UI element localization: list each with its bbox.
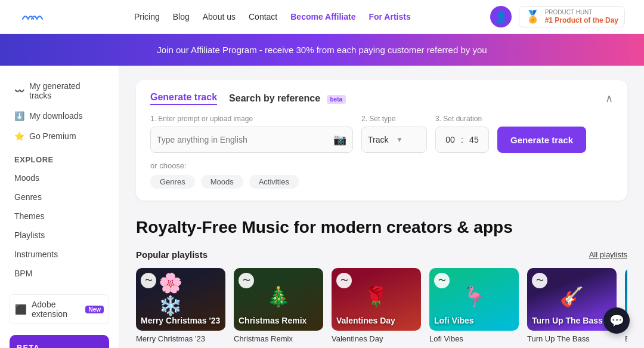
camera-icon[interactable]: 📷 [333, 133, 346, 146]
playlist-card-beauty[interactable]: 〜 🎈 Beauty Vlogs Beauty Vlogs [625, 268, 627, 343]
nav-for-artists[interactable]: For Artists [369, 12, 410, 21]
nav-blog[interactable]: Blog [173, 12, 190, 21]
sidebar-item-downloads[interactable]: ⬇️ My downloads [10, 107, 109, 124]
logo[interactable] [19, 8, 55, 25]
duration-ss[interactable] [466, 135, 482, 144]
chip-genres[interactable]: Genres [150, 175, 195, 189]
sidebar-item-premium[interactable]: ⭐ Go Premium [10, 128, 109, 144]
playlist-overlay-title: Lofi Vibes [434, 316, 514, 326]
sidebar-item-adobe[interactable]: ⬛ Adobe extension New [10, 294, 109, 324]
playlist-overlay-title: Valentines Day [336, 316, 416, 326]
playlist-label: Turn Up The Bass [527, 334, 617, 343]
sidebar-premium-label: Go Premium [29, 131, 76, 141]
ph-label: PRODUCT HUNT [545, 9, 618, 16]
playlist-thumb: 〜 🦩 Lofi Vibes [429, 268, 519, 331]
all-playlists-link[interactable]: All playlists [589, 250, 627, 259]
royalty-title: Royalty-Free Music for modern creators &… [136, 217, 627, 238]
playlist-card-lofi[interactable]: 〜 🦩 Lofi Vibes Lofi Vibes [429, 268, 519, 343]
chip-moods[interactable]: Moods [201, 175, 243, 189]
nav-right: 👤 🏅 PRODUCT HUNT #1 Product of the Day [490, 6, 625, 27]
playlist-overlay-title: Merry Christmas '23 [141, 316, 221, 326]
product-hunt-badge[interactable]: 🏅 PRODUCT HUNT #1 Product of the Day [519, 6, 625, 27]
playlist-overlay-title: Christmas Remix [239, 316, 318, 326]
playlist-card-valentines[interactable]: 〜 🌹 Valentines Day Valentines Day [332, 268, 421, 343]
generate-section: Generate track Search by reference beta … [136, 80, 627, 201]
prompt-input[interactable] [157, 135, 333, 144]
sidebar-item-my-tracks[interactable]: 〰️ My generated tracks [10, 78, 109, 104]
nav-contact[interactable]: Contact [249, 12, 277, 21]
or-choose-label: or choose: [150, 161, 613, 170]
wave-icon: 〰️ [14, 86, 24, 96]
playlist-card-christmas-remix[interactable]: 〜 🎄 Christmas Remix Christmas Remix [234, 268, 323, 343]
playlist-card-turnup[interactable]: 〜 🎸 Turn Up The Bass Turn Up The Bass [527, 268, 617, 343]
duration-mm[interactable] [442, 135, 459, 144]
prompt-wrap: 📷 [150, 127, 353, 153]
duration-group: 3. Set duration : [435, 115, 489, 153]
playlists-row: 〜 🌸❄️ Merry Christmas '23 Merry Christma… [136, 268, 627, 343]
playlists-header: Popular playlists All playlists [136, 250, 627, 260]
thumb-emoji: 🦩 [462, 286, 486, 309]
star-icon: ⭐ [14, 131, 24, 141]
adobe-label: Adobe extension [32, 300, 80, 319]
sidebar-item-playlists[interactable]: Playlists [10, 227, 109, 243]
sidebar-item-bpm[interactable]: BPM [10, 266, 109, 281]
royalty-section: Royalty-Free Music for modern creators &… [136, 217, 627, 343]
step1-label: 1. Enter prompt or upload image [150, 115, 353, 123]
step3-label: 3. Set duration [435, 115, 489, 123]
thumb-emoji: 🌹 [364, 286, 388, 309]
chat-icon: 💬 [609, 313, 624, 328]
play-button[interactable]: 〜 [434, 273, 450, 288]
explore-label: EXPLORE [14, 155, 109, 164]
type-select[interactable]: Track ▼ [361, 127, 427, 153]
ph-rank: #1 Product of the Day [545, 16, 618, 24]
navbar: Pricing Blog About us Contact Become Aff… [0, 0, 644, 34]
nav-links: Pricing Blog About us Contact Become Aff… [134, 12, 411, 21]
tab-reference[interactable]: Search by reference beta [229, 93, 346, 104]
playlist-overlay-title: Turn Up The Bass [532, 316, 612, 326]
generate-fields: 1. Enter prompt or upload image 📷 2. Set… [150, 115, 613, 153]
thumb-emoji: 🌸❄️ [159, 272, 203, 318]
adobe-icon: ⬛ [15, 304, 27, 315]
playlist-label: Valentines Day [332, 334, 421, 343]
playlist-thumb: 〜 🌹 Valentines Day [332, 268, 421, 331]
generate-tabs: Generate track Search by reference beta … [150, 92, 613, 105]
avatar[interactable]: 👤 [490, 6, 512, 27]
generate-button[interactable]: Generate track [497, 127, 586, 153]
banner-text: Join our Affiliate Program - receive 30%… [157, 45, 487, 55]
download-icon: ⬇️ [14, 111, 24, 121]
nav-pricing[interactable]: Pricing [134, 12, 160, 21]
sidebar: 〰️ My generated tracks ⬇️ My downloads ⭐… [0, 66, 119, 348]
main-content: Generate track Search by reference beta … [119, 66, 644, 348]
beta-label: BETA [17, 343, 102, 348]
chip-activities[interactable]: Activities [249, 175, 299, 189]
sidebar-item-instruments[interactable]: Instruments [10, 247, 109, 262]
affiliate-banner[interactable]: Join our Affiliate Program - receive 30%… [0, 34, 644, 66]
sidebar-item-genres[interactable]: Genres [10, 189, 109, 205]
playlist-card-merry-christmas[interactable]: 〜 🌸❄️ Merry Christmas '23 Merry Christma… [136, 268, 225, 343]
playlist-label: Lofi Vibes [429, 334, 519, 343]
duration-separator: : [461, 135, 463, 144]
thumb-emoji: 🎄 [267, 286, 290, 309]
nav-about[interactable]: About us [203, 12, 236, 21]
product-hunt-text: PRODUCT HUNT #1 Product of the Day [545, 9, 618, 24]
playlist-label: Merry Christmas '23 [136, 334, 225, 343]
play-button[interactable]: 〜 [532, 273, 547, 288]
playlist-label: Christmas Remix [234, 334, 323, 343]
main-layout: 〰️ My generated tracks ⬇️ My downloads ⭐… [0, 66, 644, 348]
category-chips: Genres Moods Activities [150, 175, 613, 189]
product-hunt-icon: 🏅 [525, 10, 540, 24]
sidebar-item-themes[interactable]: Themes [10, 208, 109, 224]
chat-bubble[interactable]: 💬 [603, 307, 630, 334]
playlist-thumb: 〜 🎄 Christmas Remix [234, 268, 323, 331]
play-button[interactable]: 〜 [239, 273, 254, 288]
sidebar-item-moods[interactable]: Moods [10, 170, 109, 186]
play-button[interactable]: 〜 [336, 273, 352, 288]
tab-generate[interactable]: Generate track [150, 92, 217, 105]
playlists-label: Popular playlists [136, 250, 208, 260]
collapse-icon[interactable]: ∧ [605, 92, 613, 105]
playlist-label: Beauty Vlogs [625, 334, 627, 343]
nav-affiliate[interactable]: Become Affiliate [290, 12, 355, 21]
new-badge: New [85, 306, 104, 313]
prompt-group: 1. Enter prompt or upload image 📷 [150, 115, 353, 153]
play-button[interactable]: 〜 [141, 273, 156, 288]
